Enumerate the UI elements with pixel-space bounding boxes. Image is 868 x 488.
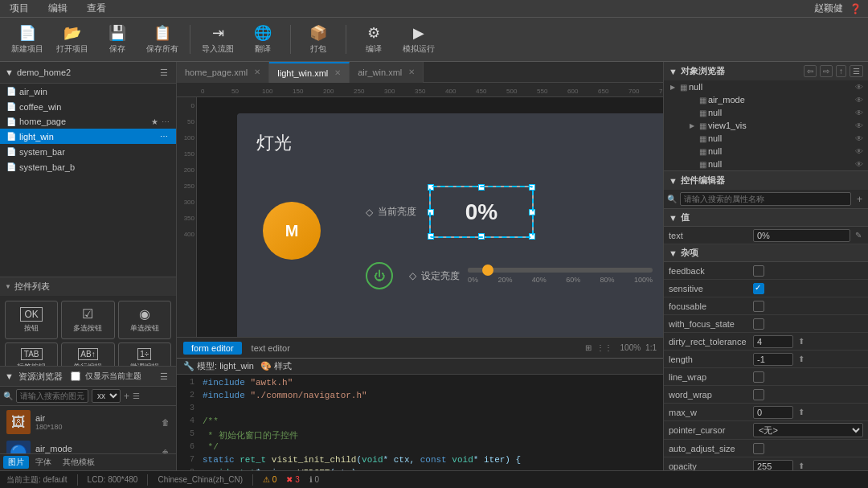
asset-theme-checkbox[interactable] [71, 371, 80, 381]
toolbar-new[interactable]: 📄 新建项目 [6, 21, 48, 58]
prop-add-btn[interactable]: + [854, 194, 865, 205]
widget-button[interactable]: OK 按钮 [5, 301, 58, 339]
open-icon: 📂 [63, 24, 81, 42]
tree-item-home-page[interactable]: 📄 home_page ★ ⋯ [0, 114, 176, 129]
tree-item-light-win[interactable]: 📄 light_win ⋯ [0, 129, 176, 144]
obj-item-air-mode[interactable]: ▦ air_mode 👁 [674, 93, 868, 106]
toolbar-compile[interactable]: ⚙ 编译 [353, 21, 395, 58]
widget-panel-header[interactable]: ▼ 控件列表 [0, 277, 176, 296]
obj-item-null2[interactable]: ▦ null 👁 [674, 106, 868, 119]
prop-checkbox-word-wrap[interactable] [753, 389, 764, 400]
prop-unit-icon[interactable]: ⬆ [798, 461, 805, 470]
toolbar-pack[interactable]: 📦 打包 [297, 21, 339, 58]
toolbar-open[interactable]: 📂 打开项目 [51, 21, 93, 58]
tab-close-light-win[interactable]: ✕ [334, 68, 341, 77]
prop-group-value-header[interactable]: ▼ 值 [664, 209, 868, 227]
obj-browser-action-4[interactable]: ☰ [850, 65, 863, 77]
asset-search-input[interactable] [16, 389, 88, 403]
prop-unit-icon[interactable]: ⬆ [798, 337, 805, 346]
obj-browser-action-2[interactable]: ⇨ [820, 65, 833, 77]
prop-input-text[interactable] [753, 229, 850, 242]
canvas-tab-form-editor[interactable]: form editor [183, 342, 242, 355]
tree-item-system-bar[interactable]: 📄 system_bar ⋯ [0, 144, 176, 159]
prop-row-text: text ✎ [664, 227, 868, 244]
obj-browser-header[interactable]: ▼ 对象浏览器 ⇦ ⇨ ↑ ☰ [664, 62, 868, 80]
prop-key-dirty-rect: dirty_rect_tolerance [669, 337, 753, 347]
toolbar-translate[interactable]: 🌐 翻译 [242, 21, 284, 58]
canvas-tab-text-editor[interactable]: text editor [244, 342, 298, 355]
prop-select-pointer-cursor[interactable]: <无> [753, 423, 863, 437]
prop-search-input[interactable] [680, 192, 851, 206]
asset-tab-font[interactable]: 字体 [31, 456, 56, 469]
tab-close-home-page[interactable]: ✕ [254, 68, 260, 76]
asset-action-btn[interactable]: ☰ [133, 392, 140, 400]
widget-radio[interactable]: ◉ 单选按钮 [118, 301, 171, 339]
ruler-mark: 450 [476, 88, 486, 95]
prop-editor-header[interactable]: ▼ 控件编辑器 [664, 171, 868, 190]
asset-tab-image[interactable]: 图片 [3, 456, 29, 469]
obj-item-null4[interactable]: ▦ null 👁 [664, 145, 868, 158]
tree-item-action-btn[interactable]: ⋯ [158, 162, 170, 172]
slider-100: 100% [634, 276, 653, 284]
canvas-content: 0 50 100 150 200 250 300 350 400 灯光 [177, 97, 663, 337]
asset-menu-icon[interactable]: ☰ [157, 369, 171, 383]
prop-checkbox-with-focus-state[interactable] [753, 318, 764, 330]
current-brightness-label: 当前亮度 [378, 205, 416, 219]
design-canvas[interactable]: 灯光 M ◇ 当前亮度 0% [237, 113, 663, 337]
prop-input-max-w[interactable] [753, 406, 793, 419]
prop-value-pointer-cursor: <无> [753, 423, 863, 437]
obj-item-view1-vis[interactable]: ▶ ▦ view1_vis 👁 [674, 119, 868, 132]
prop-checkbox-line-wrap[interactable] [753, 371, 764, 383]
toolbar-import[interactable]: ⇥ 导入流图 [197, 21, 239, 58]
menu-view[interactable]: 查看 [84, 0, 109, 17]
asset-add-btn[interactable]: + [124, 391, 129, 402]
prop-checkbox-sensitive[interactable] [753, 283, 764, 294]
tree-item-action-btn[interactable]: ⋯ [158, 101, 170, 112]
tree-header-label: demo_home2 [17, 68, 71, 77]
toolbar-run[interactable]: ▶ 模拟运行 [398, 21, 440, 58]
menu-help[interactable]: ❓ [850, 3, 862, 14]
tree-item-label: air_win [19, 87, 47, 96]
power-button[interactable]: ⏻ [366, 262, 393, 289]
toolbar-save-all[interactable]: 📋 保存所有 [141, 21, 183, 58]
menu-edit[interactable]: 编辑 [45, 0, 71, 17]
toolbar-save[interactable]: 💾 保存 [96, 21, 138, 58]
prop-input-length[interactable] [753, 353, 793, 366]
obj-item-null3[interactable]: ▦ null 👁 [664, 132, 868, 145]
obj-browser-action-1[interactable]: ⇦ [804, 65, 817, 77]
obj-browser-action-3[interactable]: ↑ [836, 65, 846, 77]
asset-item-air-mode[interactable]: 🔵 air_mode 30*30 🗑 [3, 438, 173, 453]
prop-checkbox-feedback[interactable] [753, 265, 764, 277]
prop-unit-icon[interactable]: ⬆ [798, 355, 805, 363]
menu-project[interactable]: 项目 [6, 0, 32, 17]
tab-home-page[interactable]: home_page.xml ✕ [177, 62, 269, 83]
tree-item-action-btn[interactable]: ⋯ [158, 131, 170, 141]
obj-item-null1[interactable]: ▶ ▦ null 👁 [664, 80, 868, 93]
asset-tab-other[interactable]: 其他模板 [58, 456, 100, 469]
obj-item-null5[interactable]: ▦ null 👁 [664, 158, 868, 170]
prop-checkbox-focusable[interactable] [753, 301, 764, 312]
prop-input-opacity[interactable] [753, 460, 793, 471]
tab-light-win[interactable]: light_win.xml ✕ [269, 62, 350, 83]
prop-unit-icon[interactable]: ⬆ [798, 408, 805, 416]
tab-close-air-win[interactable]: ✕ [408, 68, 415, 76]
tree-menu-icon[interactable]: ☰ [157, 65, 171, 80]
prop-checkbox-auto-adjust[interactable] [753, 443, 764, 454]
code-content[interactable]: 1 #include "awtk.h" 2 #include "./common… [177, 375, 663, 470]
prop-search-row: 🔍 + [664, 190, 868, 209]
prop-edit-icon[interactable]: ✎ [854, 231, 863, 240]
prop-group-misc-header[interactable]: ▼ 杂项 [664, 244, 868, 262]
asset-delete-btn[interactable]: 🗑 [162, 418, 170, 427]
tree-item-coffee-win[interactable]: 📄 coffee_win ⋯ [0, 99, 176, 114]
widget-radio-label: 单选按钮 [130, 323, 159, 334]
tree-item-action-btn[interactable]: ⋯ [158, 146, 170, 157]
prop-input-dirty-rect[interactable] [753, 335, 793, 348]
asset-filter-select[interactable]: xx [92, 389, 121, 403]
widget-checkbox[interactable]: ☑ 多选按钮 [61, 301, 114, 339]
tree-item-system-bar-b[interactable]: 📄 system_bar_b ⋯ [0, 159, 176, 174]
tree-item-air-win[interactable]: 📄 air_win ⋯ [0, 84, 176, 99]
line-num: 3 [177, 404, 199, 412]
asset-item-air[interactable]: 🖼 air 180*180 🗑 [3, 408, 173, 437]
tree-item-action-btn[interactable]: ⋯ [158, 86, 170, 96]
tab-air-win[interactable]: air_win.xml ✕ [350, 62, 424, 83]
